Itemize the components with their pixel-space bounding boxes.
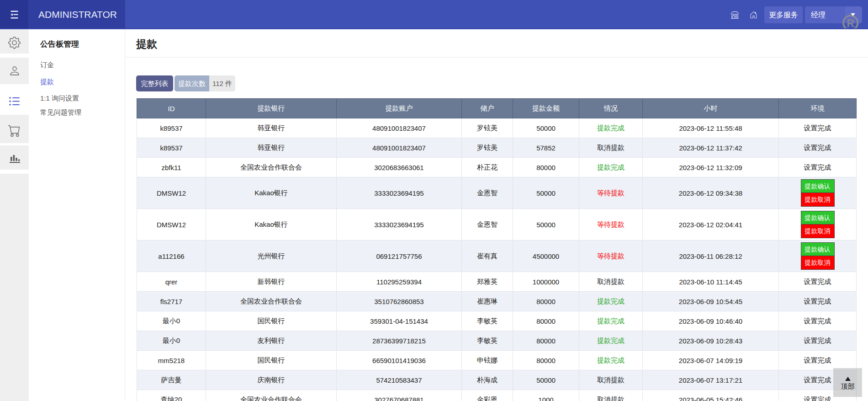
- svg-text:R: R: [847, 17, 854, 29]
